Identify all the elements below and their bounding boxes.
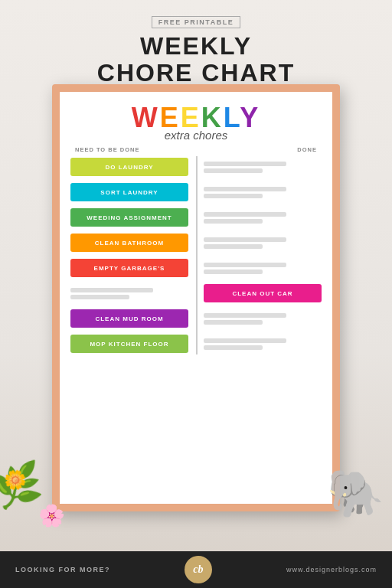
footer-logo: cb [185, 556, 212, 583]
done-line [204, 219, 263, 224]
extra-chores-subtitle: extra chores [70, 129, 322, 142]
done-placeholder-4 [204, 236, 322, 250]
chore-left-1: DO LAUNDRY [70, 158, 196, 176]
chore-row-7: CLEAN MUD ROOM [70, 308, 322, 329]
done-placeholder-2 [204, 185, 322, 200]
done-line [204, 313, 286, 318]
chore-left-8: MOP KITCHEN FLOOR [70, 335, 196, 353]
chore-btn-clean-car[interactable]: CLEAN OUT CAR [204, 284, 322, 302]
done-line [204, 162, 286, 166]
chore-done-5 [196, 261, 322, 276]
footer-left-text: LOOKING FOR MORE? [15, 566, 110, 573]
col-header-right: DONE [297, 146, 317, 153]
done-placeholder-3 [204, 211, 322, 225]
done-line [204, 168, 263, 173]
chore-btn-mop-floor[interactable]: MOP KITCHEN FLOOR [70, 335, 188, 353]
todo-line [70, 295, 129, 299]
done-placeholder-5 [204, 261, 322, 276]
poster-content: WEEKLY extra chores NEED TO BE DONE DONE… [60, 92, 332, 504]
done-placeholder-1 [204, 160, 322, 175]
chore-btn-bathroom[interactable]: CLEAN BATHROOM [70, 234, 188, 252]
done-line [204, 345, 263, 350]
chore-left-7: CLEAN MUD ROOM [70, 309, 196, 328]
flower-decoration: 🌸 [38, 503, 65, 528]
done-line [204, 187, 286, 191]
done-placeholder-8 [204, 337, 322, 351]
title-line1: WEEKLY [0, 33, 392, 60]
chore-done-2 [196, 185, 322, 200]
chore-done-4 [196, 236, 322, 250]
chore-btn-sort-laundry[interactable]: SORT LAUNDRY [70, 183, 188, 201]
page-header: FREE PRINTABLE WEEKLY CHORE CHART [0, 14, 392, 87]
chore-done-1 [196, 160, 322, 175]
letter-w: W [132, 102, 160, 133]
chore-row-6: CLEAN OUT CAR [70, 283, 322, 304]
done-line [204, 320, 263, 325]
todo-line [70, 288, 153, 292]
page-title: WEEKLY CHORE CHART [0, 33, 392, 87]
free-printable-badge: FREE PRINTABLE [152, 16, 240, 28]
done-placeholder-7 [204, 312, 322, 326]
done-line [204, 194, 263, 198]
col-header-left: NEED TO BE DONE [75, 146, 139, 153]
chore-row-8: MOP KITCHEN FLOOR [70, 333, 322, 354]
chore-left-2: SORT LAUNDRY [70, 183, 196, 201]
done-line [204, 263, 286, 267]
chore-btn-mud-room[interactable]: CLEAN MUD ROOM [70, 309, 188, 328]
chore-rows: DO LAUNDRY SORT LAUNDRY [70, 156, 322, 354]
page-footer: LOOKING FOR MORE? cb www.designerblogs.c… [0, 551, 392, 588]
title-line2: CHORE CHART [0, 60, 392, 87]
chore-row-3: WEEDING ASSIGNMENT [70, 207, 322, 228]
chore-done-7 [196, 312, 322, 326]
todo-placeholder-6 [70, 286, 188, 301]
chore-done-3 [196, 211, 322, 225]
chore-row-4: CLEAN BATHROOM [70, 232, 322, 253]
chore-left-6 [70, 286, 196, 301]
weekly-title: WEEKLY [70, 104, 322, 132]
chore-left-3: WEEDING ASSIGNMENT [70, 208, 196, 227]
chore-btn-do-laundry[interactable]: DO LAUNDRY [70, 158, 188, 176]
chore-btn-weeding[interactable]: WEEDING ASSIGNMENT [70, 208, 188, 227]
poster-frame: WEEKLY extra chores NEED TO BE DONE DONE… [52, 84, 340, 511]
chore-left-5: EMPTY GARBAGE'S [70, 259, 196, 277]
done-line [204, 244, 263, 249]
chore-left-4: CLEAN BATHROOM [70, 234, 196, 252]
elephant-decoration: 🐘 [327, 466, 384, 521]
chore-row-2: SORT LAUNDRY [70, 181, 322, 203]
done-line [204, 212, 286, 217]
done-line [204, 270, 263, 274]
footer-website: www.designerblogs.com [286, 566, 377, 573]
chore-row-5: EMPTY GARBAGE'S [70, 257, 322, 279]
chore-btn-garbage[interactable]: EMPTY GARBAGE'S [70, 259, 188, 277]
letter-y: Y [240, 102, 260, 133]
done-line [204, 237, 286, 242]
chore-right-6: CLEAN OUT CAR [196, 284, 322, 302]
chore-done-8 [196, 337, 322, 351]
done-line [204, 338, 286, 343]
column-headers: NEED TO BE DONE DONE [70, 146, 322, 153]
chore-row-1: DO LAUNDRY [70, 156, 322, 178]
